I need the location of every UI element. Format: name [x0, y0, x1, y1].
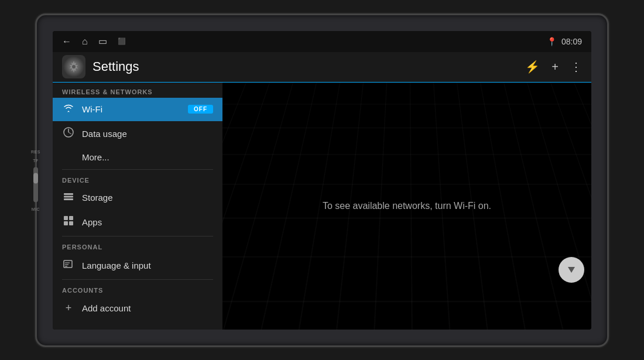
res-label: RES: [31, 149, 40, 153]
main-content: WIRELESS & NETWORKS Wi-Fi OFF: [53, 83, 591, 330]
device-frame: RES TF MIC ← ⌂ ▭ ⬛ 📍 08:09: [35, 13, 609, 347]
page-title: Settings: [93, 59, 518, 74]
recent-button[interactable]: ▭: [98, 36, 107, 47]
sidebar-item-data-usage[interactable]: Data usage: [53, 121, 222, 146]
notification-dot: ⬛: [118, 37, 126, 45]
nav-buttons: ← ⌂ ▭ ⬛: [62, 36, 126, 47]
divider-accounts: [62, 279, 213, 280]
divider-device: [62, 169, 213, 170]
clock: 08:09: [561, 37, 582, 46]
content-area: To see available networks, turn Wi-Fi on…: [222, 83, 591, 330]
add-account-label: Add account: [82, 303, 213, 313]
section-header-personal: PERSONAL: [53, 238, 222, 253]
scroll-indicator[interactable]: [559, 257, 584, 283]
language-icon: [62, 259, 75, 272]
wifi-icon: [62, 104, 75, 115]
divider-personal: [62, 236, 213, 236]
add-icon[interactable]: +: [551, 60, 559, 74]
home-button[interactable]: ⌂: [82, 36, 88, 47]
apps-label: Apps: [82, 217, 213, 227]
data-usage-label: Data usage: [82, 129, 213, 139]
sidebar-item-language[interactable]: Language & input: [53, 253, 222, 278]
wifi-toggle[interactable]: OFF: [188, 105, 213, 114]
sidebar-item-wifi[interactable]: Wi-Fi OFF: [53, 98, 222, 121]
svg-rect-3: [64, 193, 73, 195]
section-header-wireless: WIRELESS & NETWORKS: [53, 83, 222, 98]
svg-rect-9: [69, 221, 73, 225]
svg-rect-8: [64, 221, 68, 225]
sidebar-item-apps[interactable]: Apps: [53, 210, 222, 235]
svg-rect-5: [64, 198, 73, 200]
app-icon-wrapper: [62, 55, 85, 78]
more-menu-icon[interactable]: ⋮: [570, 60, 582, 74]
sidebar-item-storage[interactable]: Storage: [53, 186, 222, 210]
wifi-label: Wi-Fi: [82, 104, 181, 114]
storage-label: Storage: [82, 193, 213, 203]
svg-rect-4: [64, 196, 73, 197]
language-label: Language & input: [82, 260, 213, 270]
wifi-status-message: To see available networks, turn Wi-Fi on…: [323, 201, 491, 211]
tf-label: TF: [33, 158, 39, 162]
data-usage-icon: [62, 127, 75, 140]
section-header-accounts: ACCOUNTS: [53, 281, 222, 296]
settings-app-icon: [63, 56, 84, 77]
section-header-device: DEVICE: [53, 171, 222, 186]
apps-icon: [62, 215, 75, 229]
screen: ← ⌂ ▭ ⬛ 📍 08:09: [53, 31, 591, 330]
svg-point-1: [72, 65, 76, 68]
sidebar: WIRELESS & NETWORKS Wi-Fi OFF: [53, 83, 222, 330]
back-button[interactable]: ←: [62, 36, 71, 47]
title-actions: ⚡ + ⋮: [525, 60, 582, 74]
storage-icon: [62, 192, 75, 204]
mic-label: MIC: [32, 207, 40, 211]
more-label: More...: [82, 152, 213, 162]
status-bar: ← ⌂ ▭ ⬛ 📍 08:09: [53, 31, 591, 52]
location-icon: 📍: [547, 37, 557, 46]
add-account-icon: +: [62, 302, 75, 314]
lightning-icon[interactable]: ⚡: [525, 60, 540, 74]
sidebar-item-add-account[interactable]: + Add account: [53, 296, 222, 320]
svg-rect-6: [64, 216, 68, 220]
slider-thumb: [33, 173, 38, 183]
status-icons: 📍 08:09: [547, 37, 582, 46]
sidebar-item-more[interactable]: More...: [53, 146, 222, 168]
title-bar: Settings ⚡ + ⋮: [53, 52, 591, 83]
side-buttons: RES TF MIC: [31, 149, 40, 211]
volume-slider[interactable]: [33, 167, 38, 202]
svg-rect-7: [69, 216, 73, 220]
